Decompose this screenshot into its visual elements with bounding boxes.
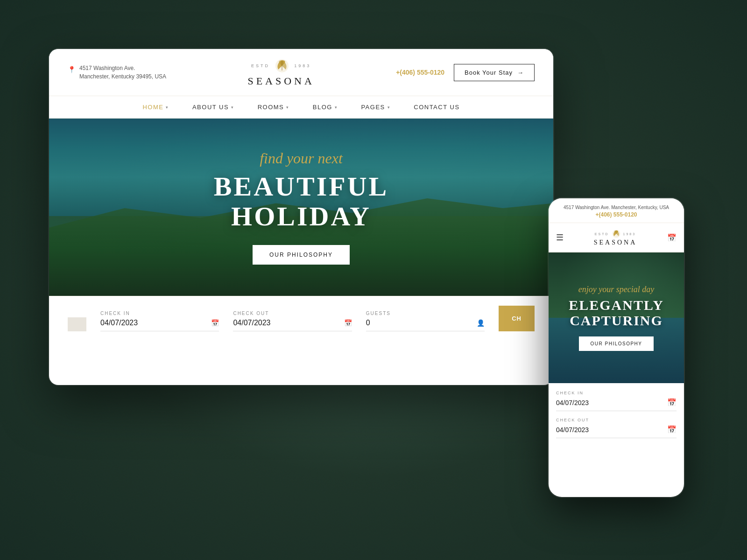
check-out-field: CHECK OUT 04/07/2023 📅 [233,311,352,331]
our-philosophy-button[interactable]: OUR PHILOSOPHY [253,245,350,265]
nav-pages-label: PAGES [361,104,385,111]
mobile-address: 4517 Washington Ave. Manchester, Kentuck… [556,205,677,210]
nav-about-chevron: ▾ [231,105,234,110]
guests-icon: 👤 [477,319,485,327]
hero-content: find your next BEAUTIFUL HOLIDAY OUR PHI… [214,150,388,265]
booking-tab [68,317,86,331]
nav-item-blog[interactable]: BLOG ▾ [313,104,338,111]
nav-blog-chevron: ▾ [335,105,338,110]
nav-item-rooms[interactable]: ROOMS ▾ [258,104,289,111]
mobile-check-in-value[interactable]: 04/07/2023 [556,399,589,406]
book-stay-button[interactable]: Book Your Stay → [454,64,535,81]
nav-home-chevron: ▾ [166,105,169,110]
nav-home-label: HOME [142,104,163,111]
mobile-hero-subtitle: enjoy your special day [569,285,664,294]
check-in-calendar-icon[interactable]: 📅 [211,319,219,327]
check-out-calendar-icon[interactable]: 📅 [344,319,352,327]
nav-item-about[interactable]: ABOUT US ▾ [192,104,234,111]
desktop-logo: ESTD 1983 SEASONA [247,57,314,87]
mobile-logo-name: SEASONA [594,239,637,246]
desktop-address-block: 📍 4517 Washington Ave. Manchester, Kentu… [68,64,166,81]
nav-item-pages[interactable]: PAGES ▾ [361,104,390,111]
desktop-nav: HOME ▾ ABOUT US ▾ ROOMS ▾ BLOG ▾ PAGES ▾… [49,96,553,119]
address-line2: Manchester, Kentucky 39495, USA [79,72,166,81]
hero-title: BEAUTIFUL HOLIDAY [214,172,388,231]
mobile-check-in-row: 04/07/2023 📅 [556,398,677,411]
year-text: 1983 [294,63,311,68]
address-line1: 4517 Washington Ave. [79,64,166,72]
nav-about-label: ABOUT US [192,104,229,111]
mobile-booking: CHECK IN 04/07/2023 📅 CHECK OUT 04/07/20… [549,383,684,452]
mobile-logo-estd: ESTD 1983 [594,229,637,239]
desktop-header: 📍 4517 Washington Ave. Manchester, Kentu… [49,49,553,96]
mobile-hero: enjoy your special day ELEGANTLY CAPTURI… [549,252,684,383]
mobile-check-out-value[interactable]: 04/07/2023 [556,426,589,434]
location-pin-icon: 📍 [68,65,76,75]
nav-pages-chevron: ▾ [388,105,391,110]
check-out-value[interactable]: 04/07/2023 [233,319,270,327]
mobile-our-philosophy-button[interactable]: OUR PHILOSOPHY [579,336,653,351]
mobile-check-in-calendar-icon[interactable]: 📅 [667,398,677,407]
mobile-nav-bar: ☰ ESTD 1983 SEASONA 📅 [549,223,684,252]
check-in-field: CHECK IN 04/07/2023 📅 [100,311,219,331]
check-out-label: CHECK OUT [233,311,352,316]
scene: 📍 4517 Washington Ave. Manchester, Kentu… [35,35,712,525]
mobile-logo: ESTD 1983 SEASONA [594,229,637,246]
logo-estd-row: ESTD 1983 [247,57,314,74]
mobile-hero-title: ELEGANTLY CAPTURING [569,297,664,328]
check-in-value[interactable]: 04/07/2023 [100,319,138,327]
desktop-phone[interactable]: +(406) 555-0120 [396,69,444,76]
check-availability-button[interactable]: CH [499,306,535,331]
mobile-check-out-label: CHECK OUT [556,418,677,422]
nav-item-home[interactable]: HOME ▾ [142,104,169,111]
leaf-logo-icon [274,57,290,74]
mobile-phone[interactable]: +(406) 555-0120 [556,211,677,218]
mobile-check-out-calendar-icon[interactable]: 📅 [667,425,677,434]
nav-blog-label: BLOG [313,104,332,111]
desktop-hero: find your next BEAUTIFUL HOLIDAY OUR PHI… [49,119,553,296]
guests-label: GUESTS [366,311,485,316]
logo-name: SEASONA [247,75,314,87]
hero-subtitle: find your next [214,150,388,167]
check-in-label: CHECK IN [100,311,219,316]
desktop-mockup: 📍 4517 Washington Ave. Manchester, Kentu… [49,49,553,385]
desktop-header-right: +(406) 555-0120 Book Your Stay → [396,64,535,81]
nav-rooms-chevron: ▾ [286,105,289,110]
estd-text: ESTD [251,63,270,68]
booking-bar: CHECK IN 04/07/2023 📅 CHECK OUT 04/07/20… [49,296,553,341]
guests-field: GUESTS 0 👤 [366,311,485,331]
mobile-calendar-nav-icon[interactable]: 📅 [667,233,677,242]
hamburger-menu-icon[interactable]: ☰ [556,232,564,243]
mobile-check-in-label: CHECK IN [556,391,677,395]
nav-rooms-label: ROOMS [258,104,284,111]
mobile-hero-content: enjoy your special day ELEGANTLY CAPTURI… [559,285,673,351]
nav-contact-label: CONTACT US [414,104,459,111]
mobile-check-out-row: 04/07/2023 📅 [556,425,677,438]
guests-value[interactable]: 0 [366,319,370,327]
mobile-info-bar: 4517 Washington Ave. Manchester, Kentuck… [549,198,684,223]
arrow-right-icon: → [517,69,524,76]
nav-item-contact[interactable]: CONTACT US [414,104,459,111]
mobile-leaf-logo-icon [611,229,621,239]
mobile-mockup: 4517 Washington Ave. Manchester, Kentuck… [549,198,684,497]
